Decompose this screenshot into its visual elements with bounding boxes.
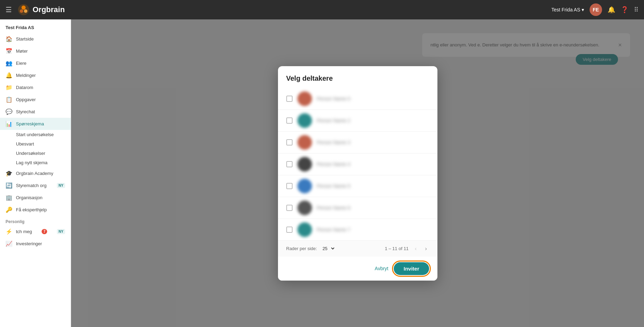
sidebar-subitem-ubesvart[interactable]: Ubesvart xyxy=(0,139,71,149)
match-badge-ny: NY xyxy=(57,229,65,234)
sidebar-label-eiere: Eiere xyxy=(16,61,26,66)
sidebar-item-sporreskjema[interactable]: 📊 Spørreskjema xyxy=(0,118,71,130)
sidebar-label-moter: Møter xyxy=(16,48,28,54)
modal-body[interactable]: Person Name 0 Person Name 2 Person Name … xyxy=(278,88,437,240)
sidebar-item-styrechat[interactable]: 💬 Styrechat xyxy=(0,106,71,118)
svg-point-3 xyxy=(24,9,27,13)
grid-icon[interactable]: ⠿ xyxy=(634,6,638,14)
sidebar-item-startside[interactable]: 🏠 Startside xyxy=(0,33,71,45)
participant-row: Person Name 0 xyxy=(278,88,437,110)
participant-avatar-5 xyxy=(297,201,312,215)
sidebar-item-oppgaver[interactable]: 📋 Oppgaver xyxy=(0,94,71,106)
sidebar-item-eiere[interactable]: 👥 Eiere xyxy=(0,57,71,69)
match-badge-red: 7 xyxy=(42,229,47,234)
participant-name-2: Person Name 3 xyxy=(317,140,350,145)
velg-deltakere-modal: Velg deltakere Person Name 0 Person Name… xyxy=(278,66,437,281)
sidebar-item-orgbrain-academy[interactable]: 🎓 Orgbrain Academy xyxy=(0,167,71,179)
match-icon: ⚡ xyxy=(6,228,12,235)
sidebar-label-styrechat: Styrechat xyxy=(16,109,35,114)
org-selector[interactable]: Test Frida AS ▾ xyxy=(551,7,584,12)
participant-checkbox-6[interactable] xyxy=(286,227,293,233)
calendar-icon: 📅 xyxy=(6,48,12,54)
sidebar-label-datarom: Datarom xyxy=(16,85,33,90)
modal-footer: Avbryt Inviter xyxy=(278,257,437,281)
home-icon: 🏠 xyxy=(6,36,12,42)
rows-per-page-label: Rader per side: xyxy=(286,246,317,251)
modal-backdrop: Velg deltakere Person Name 0 Person Name… xyxy=(71,19,644,327)
sidebar-org-name: Test Frida AS xyxy=(0,24,71,33)
participant-avatar-2 xyxy=(297,135,312,150)
participant-name-3: Person Name 4 xyxy=(317,161,350,167)
sidebar-item-eksperthjelp[interactable]: 🔑 Få eksperthjelp xyxy=(0,204,71,216)
user-avatar[interactable]: FE xyxy=(590,3,602,16)
participant-checkbox-1[interactable] xyxy=(286,117,293,124)
org-selector-arrow: ▾ xyxy=(582,7,584,12)
bell-sidebar-icon: 🔔 xyxy=(6,72,12,79)
sidebar-label-sporreskjema: Spørreskjema xyxy=(16,121,44,126)
people-icon: 👥 xyxy=(6,60,12,67)
sidebar-label-meldinger: Meldinger xyxy=(16,73,36,78)
participant-avatar-4 xyxy=(297,179,312,193)
cancel-button[interactable]: Avbryt xyxy=(375,266,388,271)
logo-text: Orgbrain xyxy=(33,5,65,14)
org-icon: 🏢 xyxy=(6,194,12,201)
orgbrain-logo-icon xyxy=(17,3,30,16)
modal-pagination: Rader per side: 25 50 100 1 – 11 of 11 ‹… xyxy=(278,240,437,257)
participant-row: Person Name 5 xyxy=(278,175,437,197)
logo-wrap: Orgbrain xyxy=(17,3,65,16)
participant-name-5: Person Name 6 xyxy=(317,205,350,211)
sidebar-item-match-meg[interactable]: ⚡ tch meg 7 NY xyxy=(0,226,71,238)
personal-section-label: Personlig xyxy=(0,216,71,226)
bell-icon[interactable]: 🔔 xyxy=(608,6,615,14)
help-icon[interactable]: ❓ xyxy=(621,6,628,14)
participant-checkbox-4[interactable] xyxy=(286,183,293,189)
sidebar-label-organisasjon: Organisasjon xyxy=(16,195,43,200)
participant-row: Person Name 4 xyxy=(278,153,437,175)
sidebar-label-eksperthjelp: Få eksperthjelp xyxy=(16,207,47,212)
sidebar-label-investeringer: Investeringer xyxy=(16,241,42,246)
participant-row: Person Name 2 xyxy=(278,110,437,132)
participant-checkbox-0[interactable] xyxy=(286,96,293,102)
investments-icon: 📈 xyxy=(6,240,12,247)
rows-per-page-select[interactable]: 25 50 100 xyxy=(321,246,336,251)
participant-name-0: Person Name 0 xyxy=(317,96,350,101)
folder-icon: 📁 xyxy=(6,84,12,91)
prev-page-button[interactable]: ‹ xyxy=(413,245,419,253)
org-name-label: Test Frida AS xyxy=(551,7,580,12)
participant-checkbox-3[interactable] xyxy=(286,161,293,167)
topbar-right: Test Frida AS ▾ FE 🔔 ❓ ⠿ xyxy=(551,3,638,16)
sidebar-item-moter[interactable]: 📅 Møter xyxy=(0,45,71,57)
sidebar-item-datarom[interactable]: 📁 Datarom xyxy=(0,81,71,94)
modal-title: Velg deltakere xyxy=(286,74,429,82)
sidebar-item-investeringer[interactable]: 📈 Investeringer xyxy=(0,238,71,250)
invite-button[interactable]: Inviter xyxy=(394,262,429,275)
sidebar: Test Frida AS 🏠 Startside 📅 Møter 👥 Eier… xyxy=(0,19,71,327)
modal-header: Velg deltakere xyxy=(278,66,437,88)
tasks-icon: 📋 xyxy=(6,96,12,103)
participant-row: Person Name 7 xyxy=(278,219,437,240)
form-icon: 📊 xyxy=(6,121,12,127)
participant-checkbox-5[interactable] xyxy=(286,205,293,211)
hamburger-icon[interactable]: ☰ xyxy=(6,6,12,14)
sidebar-item-meldinger[interactable]: 🔔 Meldinger xyxy=(0,69,71,81)
sidebar-item-organisasjon[interactable]: 🏢 Organisasjon xyxy=(0,192,71,204)
sidebar-subitem-undersokelser[interactable]: Undersøkelser xyxy=(0,149,71,158)
academy-icon: 🎓 xyxy=(6,170,12,177)
participant-checkbox-2[interactable] xyxy=(286,139,293,145)
content-area: × ntlig eller anonym. Ved e. Deretter ve… xyxy=(71,19,644,327)
topbar: ☰ Orgbrain Test Frida AS ▾ FE 🔔 ❓ ⠿ xyxy=(0,0,644,19)
sidebar-label-oppgaver: Oppgaver xyxy=(16,97,36,102)
main-layout: Test Frida AS 🏠 Startside 📅 Møter 👥 Eier… xyxy=(0,19,644,327)
participant-name-1: Person Name 2 xyxy=(317,118,350,123)
participant-name-4: Person Name 5 xyxy=(317,183,350,189)
sidebar-subitem-lag-nytt-skjema[interactable]: Lag nytt skjema xyxy=(0,158,71,167)
sidebar-item-styrematch-org[interactable]: 🔄 Styrematch org NY xyxy=(0,179,71,192)
participant-row: Person Name 6 xyxy=(278,197,437,219)
sidebar-subitem-start-undersokelse[interactable]: Start undersøkelse xyxy=(0,130,71,139)
participant-avatar-3 xyxy=(297,157,312,171)
sidebar-label-startside: Startside xyxy=(16,36,34,42)
next-page-button[interactable]: › xyxy=(423,245,429,253)
topbar-left: ☰ Orgbrain xyxy=(6,3,65,16)
chat-icon: 💬 xyxy=(6,108,12,115)
participant-name-6: Person Name 7 xyxy=(317,227,350,232)
